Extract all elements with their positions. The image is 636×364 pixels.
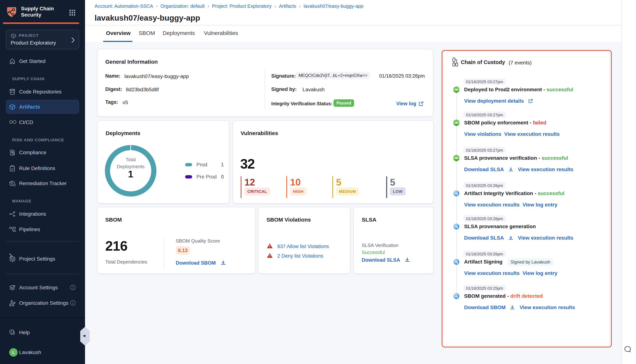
svg-text:?: ? [11, 330, 12, 333]
